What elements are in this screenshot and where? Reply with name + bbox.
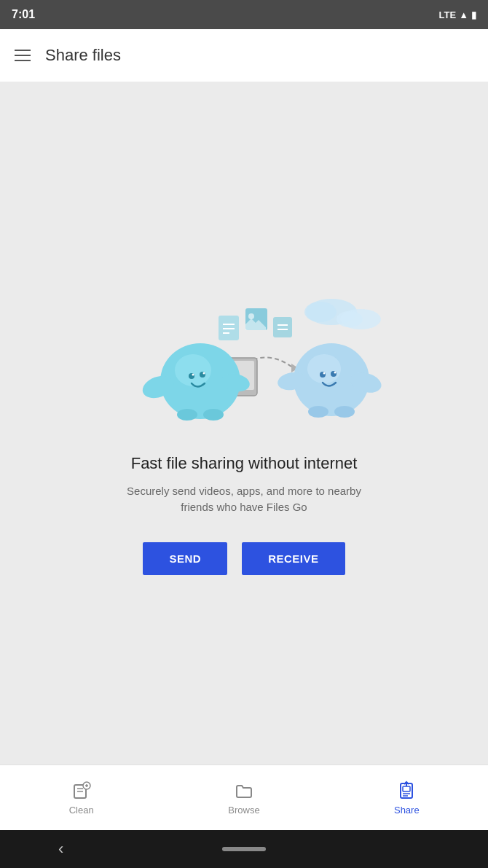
svg-point-3: [337, 311, 363, 327]
menu-icon[interactable]: [15, 50, 31, 61]
bottom-navigation: Clean Browse Share: [0, 765, 488, 830]
svg-point-22: [192, 373, 194, 375]
main-heading: Fast file sharing without internet: [131, 454, 358, 473]
svg-point-36: [308, 406, 328, 418]
svg-point-37: [334, 406, 355, 418]
svg-point-1: [304, 302, 337, 322]
browse-icon: [234, 781, 254, 801]
page-title: Share files: [45, 46, 121, 65]
svg-rect-10: [273, 317, 292, 337]
action-buttons: SEND RECEIVE: [143, 542, 345, 575]
home-pill[interactable]: [222, 847, 266, 851]
clean-icon: [71, 781, 92, 801]
svg-point-33: [334, 371, 337, 373]
svg-point-23: [203, 372, 205, 374]
share-icon: [396, 781, 417, 801]
top-app-bar: Share files: [0, 29, 488, 82]
system-nav-bar: ‹: [0, 830, 488, 868]
back-button[interactable]: ‹: [58, 840, 63, 859]
nav-item-clean[interactable]: Clean: [0, 781, 162, 816]
lte-icon: LTE: [439, 9, 457, 20]
receive-button[interactable]: RECEIVE: [242, 542, 345, 575]
svg-point-29: [307, 354, 341, 383]
main-content: Fast file sharing without internet Secur…: [0, 82, 488, 765]
send-button[interactable]: SEND: [143, 542, 227, 575]
status-time: 7:01: [12, 8, 35, 21]
svg-point-9: [248, 313, 254, 319]
svg-point-19: [175, 354, 211, 386]
nav-item-share[interactable]: Share: [326, 781, 488, 816]
nav-item-browse[interactable]: Browse: [162, 781, 325, 816]
share-label: Share: [394, 805, 420, 816]
status-icons: LTE ▲ ▮: [439, 9, 476, 20]
svg-point-32: [323, 372, 326, 374]
svg-point-26: [177, 409, 197, 421]
share-illustration: [106, 272, 382, 432]
signal-bars-icon: ▲: [459, 9, 468, 20]
status-bar: 7:01 LTE ▲ ▮: [0, 0, 488, 29]
clean-label: Clean: [69, 805, 94, 816]
browse-label: Browse: [228, 805, 259, 816]
main-subtext: Securely send videos, apps, and more to …: [113, 483, 375, 516]
battery-icon: ▮: [471, 9, 476, 20]
svg-rect-45: [403, 786, 410, 791]
svg-point-27: [203, 409, 224, 421]
